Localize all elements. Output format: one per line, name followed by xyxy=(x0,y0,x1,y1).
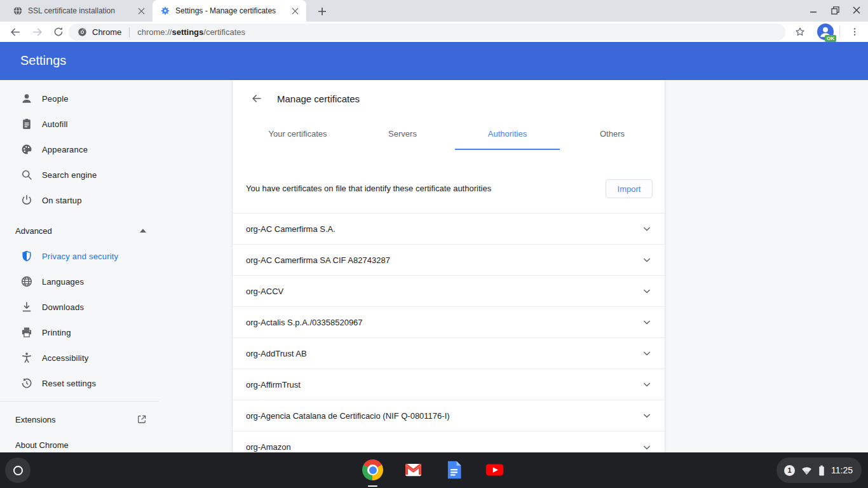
sidebar-item-label: Downloads xyxy=(42,302,84,312)
shelf-app-docs[interactable] xyxy=(444,459,465,480)
sidebar-item-extensions[interactable]: Extensions xyxy=(0,407,159,432)
chrome-icon xyxy=(362,459,383,480)
manage-certificates-card: Manage certificates Your certificates Se… xyxy=(233,80,665,452)
reload-icon[interactable] xyxy=(51,24,66,39)
sidebar-item-label: Languages xyxy=(42,277,84,287)
authorities-description: You have certificates on file that ident… xyxy=(246,184,491,193)
sidebar-item-label: Reset settings xyxy=(42,379,96,388)
authorities-description-row: You have certificates on file that ident… xyxy=(233,150,665,213)
back-icon[interactable] xyxy=(8,24,23,39)
settings-content: People Autofill Appearance Search engine… xyxy=(0,80,868,452)
sidebar-item-autofill[interactable]: Autofill xyxy=(0,111,159,137)
browser-tab-ssl[interactable]: SSL certificate installation xyxy=(5,0,153,22)
reset-icon xyxy=(20,377,33,390)
settings-header: Settings Search settings xyxy=(0,42,868,80)
sidebar-item-label: Printing xyxy=(42,328,71,337)
restore-window-icon[interactable] xyxy=(827,3,843,18)
accessibility-icon xyxy=(20,351,33,364)
certificate-row[interactable]: org-AC Camerfirma S.A. xyxy=(233,214,665,245)
tab-title: Settings - Manage certificates xyxy=(175,6,276,15)
shelf-app-gmail[interactable] xyxy=(403,459,424,480)
back-arrow-icon[interactable] xyxy=(250,92,263,105)
sidebar-item-label: Appearance xyxy=(42,145,88,154)
sidebar-item-label: People xyxy=(42,94,69,104)
open-in-new-icon xyxy=(136,414,147,425)
omnibox-separator xyxy=(129,27,130,37)
sidebar-item-accessibility[interactable]: Accessibility xyxy=(0,345,159,370)
certificate-row[interactable]: org-ACCV xyxy=(233,276,665,307)
sidebar-divider xyxy=(0,401,159,402)
tab-others[interactable]: Others xyxy=(560,117,665,150)
chevron-down-icon[interactable] xyxy=(641,316,653,329)
sidebar-item-languages[interactable]: Languages xyxy=(0,269,159,294)
shelf-app-chrome[interactable] xyxy=(362,459,383,480)
gmail-icon xyxy=(403,459,424,480)
shield-icon xyxy=(20,250,33,262)
chevron-down-icon[interactable] xyxy=(641,254,653,266)
chevron-down-icon[interactable] xyxy=(641,441,653,454)
extensions-label: Extensions xyxy=(15,415,56,424)
launcher-circle-icon xyxy=(13,466,23,475)
globe-favicon-icon xyxy=(13,6,23,16)
settings-sidebar: People Autofill Appearance Search engine… xyxy=(0,80,229,452)
omnibox-url: chrome://settings/certificates xyxy=(137,27,245,37)
sidebar-item-people[interactable]: People xyxy=(0,86,159,111)
certificate-row[interactable]: org-Actalis S.p.A./03358520967 xyxy=(233,307,665,338)
omnibox-site-label: Chrome xyxy=(92,27,121,37)
certificate-row[interactable]: org-AddTrust AB xyxy=(233,338,665,369)
sidebar-item-downloads[interactable]: Downloads xyxy=(0,294,159,320)
browser-tab-settings[interactable]: Settings - Manage certificates xyxy=(153,0,306,22)
sidebar-item-search-engine[interactable]: Search engine xyxy=(0,162,159,187)
chromeos-shelf: 1 11:25 xyxy=(0,452,868,488)
chevron-down-icon[interactable] xyxy=(641,409,653,422)
profile-avatar[interactable]: OK xyxy=(817,24,834,40)
about-chrome-label: About Chrome xyxy=(15,440,69,450)
forward-icon[interactable] xyxy=(29,24,44,39)
chevron-down-icon[interactable] xyxy=(641,285,653,297)
chrome-logo-icon xyxy=(78,27,87,37)
tab-servers[interactable]: Servers xyxy=(350,117,455,150)
sidebar-item-printing[interactable]: Printing xyxy=(0,320,159,345)
tab-authorities[interactable]: Authorities xyxy=(455,117,560,150)
browser-toolbar: Chrome chrome://settings/certificates OK xyxy=(0,22,868,42)
browser-tabstrip: SSL certificate installation S xyxy=(0,0,868,22)
import-button[interactable]: Import xyxy=(606,179,653,198)
tab-title: SSL certificate installation xyxy=(28,6,115,15)
close-window-icon[interactable] xyxy=(849,3,864,18)
launcher-button[interactable] xyxy=(5,458,31,483)
tab-your-certificates[interactable]: Your certificates xyxy=(245,117,350,150)
minimize-icon[interactable] xyxy=(806,3,821,18)
page-title: Manage certificates xyxy=(277,93,360,104)
chevron-down-icon[interactable] xyxy=(641,222,653,235)
tab-close-icon[interactable] xyxy=(290,6,300,16)
certificate-tabs: Your certificates Servers Authorities Ot… xyxy=(245,117,665,150)
person-icon xyxy=(20,92,33,105)
battery-icon xyxy=(818,465,825,476)
palette-icon xyxy=(20,143,33,156)
card-titlebar: Manage certificates xyxy=(233,80,665,117)
status-tray[interactable]: 1 11:25 xyxy=(776,458,862,483)
sidebar-item-privacy-security[interactable]: Privacy and security xyxy=(0,243,159,269)
sidebar-advanced-toggle[interactable]: Advanced xyxy=(0,218,159,243)
chevron-down-icon[interactable] xyxy=(641,378,653,391)
new-tab-button[interactable] xyxy=(315,4,329,18)
sidebar-item-label: Autofill xyxy=(42,119,68,129)
certificate-row[interactable]: org-Agencia Catalana de Certificacio (NI… xyxy=(233,400,665,431)
power-icon xyxy=(20,194,33,207)
shelf-app-youtube[interactable] xyxy=(484,459,505,480)
docs-icon xyxy=(444,459,465,480)
toolbar-divider xyxy=(839,26,840,37)
certificate-row[interactable]: org-AffirmTrust xyxy=(233,369,665,400)
sidebar-item-appearance[interactable]: Appearance xyxy=(0,137,159,162)
omnibox[interactable]: Chrome chrome://settings/certificates xyxy=(69,24,785,41)
certificate-row[interactable]: org-AC Camerfirma SA CIF A82743287 xyxy=(233,245,665,276)
chevron-down-icon[interactable] xyxy=(641,347,653,360)
settings-gear-favicon-icon xyxy=(160,6,170,16)
bookmark-star-icon[interactable] xyxy=(792,24,808,39)
sidebar-item-reset-settings[interactable]: Reset settings xyxy=(0,370,159,396)
tab-close-icon[interactable] xyxy=(136,6,146,16)
browser-menu-icon[interactable] xyxy=(847,24,862,39)
shelf-apps xyxy=(362,459,505,480)
download-icon xyxy=(20,301,33,313)
sidebar-item-on-startup[interactable]: On startup xyxy=(0,187,159,213)
